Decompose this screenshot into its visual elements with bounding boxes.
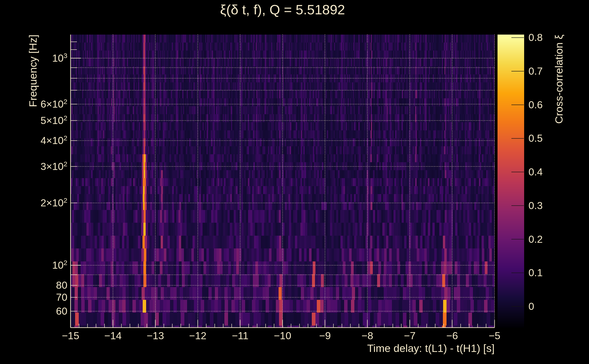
y-tick-label: 5×102 xyxy=(15,114,67,127)
x-tick-label: −9 xyxy=(302,330,348,342)
colorbar-gradient xyxy=(497,35,524,328)
y-tick-label: 103 xyxy=(15,52,67,65)
y-tick-label: 80 xyxy=(15,279,67,292)
x-tick-label: −12 xyxy=(175,330,221,342)
y-tick-mantissa: 10 xyxy=(52,259,64,271)
x-tick-label: −10 xyxy=(260,330,305,342)
chart-title: ξ(δ t, f), Q = 5.51892 xyxy=(71,2,495,18)
y-tick-mantissa: 70 xyxy=(56,292,67,303)
y-tick-exponent: 2 xyxy=(64,114,67,122)
y-tick-exponent: 2 xyxy=(64,160,67,168)
y-tick-exponent: 2 xyxy=(64,259,67,266)
y-tick-label: 3×102 xyxy=(15,160,67,173)
y-tick-mantissa: 4×10 xyxy=(40,135,64,146)
y-tick-mantissa: 5×10 xyxy=(40,115,64,126)
y-axis-title: Frequency [Hz] xyxy=(27,35,39,328)
x-tick-label: −7 xyxy=(387,330,432,342)
x-axis-title: Time delay: t(L1) - t(H1) [s] xyxy=(71,342,495,354)
x-tick-label: −5 xyxy=(472,330,517,342)
colorbar-tick-label: 0.4 xyxy=(529,165,543,179)
colorbar-title: Cross-correlation ξ xyxy=(553,35,565,328)
x-tick-label: −8 xyxy=(345,330,390,342)
y-tick-label: 70 xyxy=(15,291,67,304)
x-tick-label: −14 xyxy=(90,330,136,342)
y-tick-exponent: 2 xyxy=(64,98,67,105)
heatmap-plot-area xyxy=(71,35,495,328)
y-tick-exponent: 2 xyxy=(64,134,67,142)
y-tick-label: 102 xyxy=(15,259,67,272)
colorbar-tick-label: 0.8 xyxy=(529,31,543,44)
root-canvas-window: −15−14−13−12−11−10−9−8−7−6−51036×1025×10… xyxy=(0,0,589,364)
y-tick-mantissa: 10 xyxy=(52,52,64,64)
x-tick-label: −11 xyxy=(217,330,263,342)
x-tick-label: −15 xyxy=(48,330,93,342)
y-tick-mantissa: 3×10 xyxy=(40,161,64,172)
y-tick-label: 4×102 xyxy=(15,134,67,147)
y-tick-exponent: 3 xyxy=(64,52,67,59)
y-tick-mantissa: 80 xyxy=(56,279,67,291)
y-tick-mantissa: 2×10 xyxy=(40,197,64,209)
colorbar-tick-label: 0.1 xyxy=(529,266,543,279)
x-tick-label: −6 xyxy=(429,330,475,342)
colorbar-tick-label: 0.3 xyxy=(529,199,543,212)
colorbar-tick-label: 0 xyxy=(529,300,534,313)
x-tick-label: −13 xyxy=(133,330,178,342)
colorbar-tick-label: 0.7 xyxy=(529,65,543,78)
y-tick-mantissa: 6×10 xyxy=(40,98,64,110)
y-tick-label: 6×102 xyxy=(15,98,67,111)
y-tick-label: 2×102 xyxy=(15,196,67,209)
y-tick-mantissa: 60 xyxy=(56,305,67,317)
colorbar-tick-label: 0.5 xyxy=(529,132,543,145)
colorbar-tick-label: 0.2 xyxy=(529,233,543,246)
colorbar-tick-label: 0.6 xyxy=(529,98,543,111)
y-tick-label: 60 xyxy=(15,305,67,318)
y-tick-exponent: 2 xyxy=(64,196,67,204)
